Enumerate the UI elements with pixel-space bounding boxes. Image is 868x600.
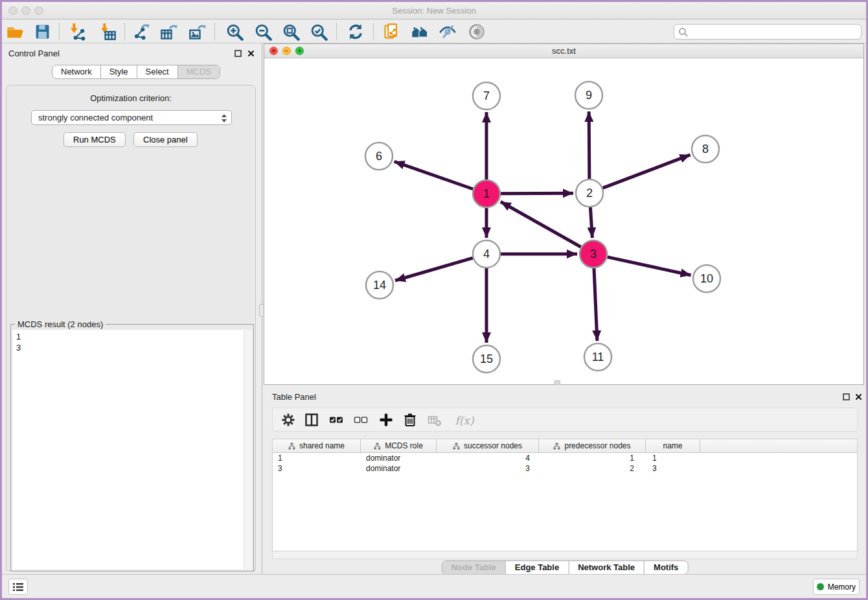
optimization-select[interactable]: strongly connected component [31,110,232,125]
column-header-successor-nodes[interactable]: successor nodes [437,439,539,452]
close-icon [247,50,255,57]
zoom-selected-button[interactable] [310,23,328,41]
function-builder-button[interactable]: f(x) [451,413,477,428]
tab-mcds[interactable]: MCDS [177,65,220,78]
graph-edge-3-11[interactable] [594,268,597,341]
table-row[interactable]: 1 dominator 4 1 1 [273,453,857,463]
network-window-titlebar: × − + scc.txt [264,44,863,58]
column-label: MCDS role [385,441,423,450]
network-resize-handle[interactable] [554,380,560,385]
table-row[interactable]: 3 dominator 3 2 3 [273,463,857,474]
apply-layout-button[interactable] [347,23,365,41]
mcds-result-item: 1 [12,330,252,342]
export-table-icon [160,23,178,41]
table-horizontal-scrollbar[interactable] [272,551,858,559]
select-stepper-icon [220,112,228,124]
eye-slash-icon [439,23,457,41]
graph-edge-2-9[interactable] [589,111,589,179]
show-all-button[interactable] [468,23,486,41]
graph-node-label-7: 7 [483,89,490,102]
column-header-mcds-role[interactable]: MCDS role [361,439,437,452]
tab-node-table[interactable]: Node Table [442,561,505,574]
homes-icon [411,23,429,41]
zoom-fit-button[interactable] [282,23,300,41]
cell-predecessor-nodes: 1 [539,453,646,463]
graph-edge-1-2[interactable] [501,193,573,194]
graph-edge-2-8[interactable] [603,155,691,188]
cell-name: 1 [646,453,700,463]
delete-table-button[interactable] [427,413,442,428]
tab-style[interactable]: Style [100,65,137,78]
cell-shared-name: 1 [273,453,361,463]
close-panel-button[interactable]: Close panel [133,132,198,147]
graph-edge-3-10[interactable] [607,257,691,275]
graph-edge-1-6[interactable] [394,161,474,189]
delete-column-button[interactable] [402,413,418,428]
select-all-button[interactable] [328,413,344,428]
mcds-result-box: MCDS result (2 nodes) 1 3 [10,324,254,571]
graph-node-label-4: 4 [483,248,490,260]
column-header-shared-name[interactable]: shared name [273,439,361,452]
import-table-button[interactable] [98,23,117,41]
graph-edge-3-1[interactable] [501,202,581,247]
tab-select[interactable]: Select [137,65,177,78]
network-canvas[interactable]: 7968124314101511 [264,58,863,384]
column-layout-button[interactable] [304,413,319,428]
save-icon [33,23,51,41]
graph-edge-4-14[interactable] [395,258,473,281]
task-history-button[interactable] [8,579,28,595]
add-column-button[interactable] [378,413,394,428]
status-bar: Memory [2,574,866,598]
zoom-out-button[interactable] [254,23,272,41]
clone-network-button[interactable] [383,23,401,41]
memory-button[interactable]: Memory [813,579,860,595]
toolbar-separator [373,23,374,40]
control-panel-float-button[interactable] [234,49,242,57]
tab-edge-table[interactable]: Edge Table [505,561,568,574]
first-neighbors-button[interactable] [411,23,429,41]
mcds-panel: Optimization criterion: strongly connect… [6,85,256,571]
fx-icon: f(x) [455,414,474,427]
list-icon [13,583,23,592]
import-network-button[interactable] [68,23,86,41]
network-graph[interactable]: 7968124314101511 [264,58,863,384]
search-icon [678,27,689,38]
tab-network[interactable]: Network [52,65,100,78]
table-header-row: shared name MCDS role successor nodes pr… [273,439,857,453]
export-image-button[interactable] [188,23,207,41]
tab-network-table[interactable]: Network Table [568,561,644,574]
trash-icon [403,413,417,427]
graph-node-label-3: 3 [590,248,597,260]
import-table-icon [98,23,117,41]
table-settings-button[interactable] [280,413,296,428]
hide-selected-button[interactable] [439,23,457,41]
tab-motifs[interactable]: Motifs [644,561,687,574]
control-panel: Control Panel Network Style Select MCDS … [2,43,260,574]
graph-node-label-15: 15 [480,352,493,365]
table-panel-float-button[interactable] [842,393,850,400]
toolbar-separator [124,23,125,40]
table-panel: Table Panel [264,388,866,574]
column-header-name[interactable]: name [646,439,700,452]
main-toolbar [2,20,866,43]
search-input[interactable] [691,26,858,38]
zoom-in-icon [225,23,244,41]
run-mcds-button[interactable]: Run MCDS [63,132,126,147]
column-header-predecessor-nodes[interactable]: predecessor nodes [539,439,646,452]
result-scrollbar[interactable] [244,330,252,570]
graph-edge-2-3[interactable] [590,207,592,238]
column-label: predecessor nodes [564,441,630,450]
control-panel-close-button[interactable] [247,49,255,57]
export-table-button[interactable] [160,23,178,41]
open-session-button[interactable] [6,23,24,41]
zoom-selected-icon [310,23,328,41]
cell-mcds-role: dominator [361,453,437,463]
export-network-button[interactable] [132,23,150,41]
column-label: name [663,441,682,450]
toolbar-separator [214,23,215,40]
deselect-all-button[interactable] [353,413,369,428]
zoom-in-button[interactable] [225,23,244,41]
table-panel-close-button[interactable] [854,393,862,400]
save-session-button[interactable] [33,23,51,41]
toolbar-separator [336,23,337,40]
